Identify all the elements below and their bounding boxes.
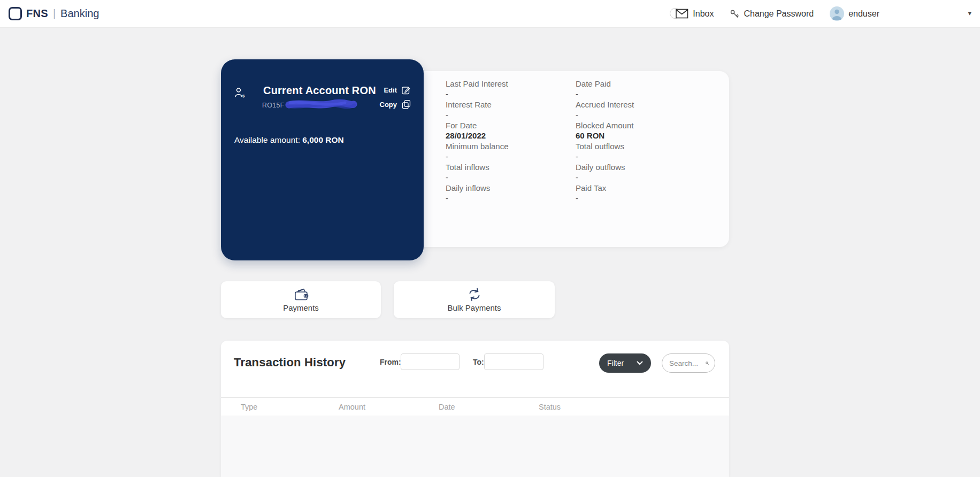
detail-cell: Accrued Interest -: [576, 99, 715, 120]
payments-card[interactable]: Payments: [221, 281, 381, 318]
brand-logo[interactable]: FNS | Banking: [9, 7, 99, 20]
detail-value: 60 RON: [576, 131, 715, 140]
detail-label: Minimum balance: [446, 141, 576, 151]
detail-label: Total inflows: [446, 162, 576, 172]
copy-icon: [402, 100, 411, 109]
brand-suffix: Banking: [60, 7, 99, 20]
detail-cell: For Date 28/01/2022: [446, 120, 576, 141]
username: enduser: [848, 9, 879, 19]
search-icon: [706, 359, 709, 367]
detail-cell: Minimum balance -: [446, 141, 576, 162]
transaction-history-toolbar: Transaction History From: To: Filter: [221, 341, 729, 397]
change-password-button[interactable]: Change Password: [730, 9, 814, 19]
inbox-icon: [670, 7, 688, 20]
inbox-button[interactable]: Inbox: [670, 7, 714, 20]
copy-label: Copy: [380, 101, 397, 109]
filter-label: Filter: [607, 359, 624, 367]
detail-value: -: [576, 152, 715, 161]
brand-divider: |: [53, 7, 56, 20]
detail-value: -: [446, 173, 576, 182]
detail-cell: Daily inflows -: [446, 183, 576, 204]
detail-cell: Last Paid Interest -: [446, 79, 576, 99]
transaction-table-body: [221, 416, 729, 477]
detail-value: -: [446, 89, 576, 98]
change-password-label: Change Password: [744, 9, 814, 19]
detail-cell: Interest Rate -: [446, 99, 576, 120]
detail-value: -: [576, 194, 715, 203]
column-date: Date: [439, 403, 539, 411]
detail-value: -: [446, 194, 576, 203]
column-type: Type: [241, 403, 339, 411]
edit-pencil-icon: [402, 86, 411, 95]
column-amount: Amount: [339, 403, 439, 411]
detail-label: Interest Rate: [446, 99, 576, 110]
detail-label: Accrued Interest: [576, 99, 715, 110]
from-date-label: From:: [380, 358, 401, 366]
from-date-input[interactable]: [401, 353, 460, 370]
search-box[interactable]: [662, 353, 715, 373]
account-holder-icon: $: [234, 87, 247, 99]
detail-value: -: [576, 89, 715, 98]
inbox-label: Inbox: [693, 9, 714, 19]
search-input[interactable]: [668, 359, 703, 368]
brand-name: FNS: [26, 7, 48, 20]
detail-value: -: [446, 110, 576, 119]
edit-label: Edit: [384, 86, 397, 94]
iban-prefix: RO15F: [262, 102, 285, 109]
detail-value: 28/01/2022: [446, 131, 576, 140]
person-icon: [830, 6, 844, 21]
detail-cell: Total outflows -: [576, 141, 715, 162]
user-menu[interactable]: enduser: [830, 6, 879, 21]
detail-label: Blocked Amount: [576, 120, 715, 130]
detail-value: -: [576, 110, 715, 119]
detail-cell: Date Paid -: [576, 79, 715, 99]
detail-cell: Daily outflows -: [576, 162, 715, 183]
filter-dropdown-button[interactable]: Filter: [599, 353, 651, 373]
envelope-icon: [676, 9, 688, 19]
bulk-payments-label: Bulk Payments: [447, 303, 501, 312]
chevron-down-icon: [637, 361, 643, 365]
navbar-dropdown-caret[interactable]: ▾: [968, 9, 971, 17]
svg-text:$: $: [242, 94, 245, 98]
available-amount-value: 6,000 RON: [302, 135, 344, 144]
top-navbar: FNS | Banking Inbox: [0, 0, 980, 28]
detail-value: -: [446, 152, 576, 161]
detail-cell: Paid Tax -: [576, 183, 715, 204]
payments-label: Payments: [283, 303, 319, 312]
wallet-icon: [294, 288, 309, 302]
edit-account-button[interactable]: Edit: [384, 86, 411, 95]
account-title: Current Account RON: [263, 84, 376, 97]
detail-cell: Blocked Amount 60 RON: [576, 120, 715, 141]
to-date-label: To:: [473, 358, 484, 366]
brand-logo-icon: [9, 7, 22, 20]
detail-cell: Total inflows -: [446, 162, 576, 183]
available-amount: Available amount: 6,000 RON: [234, 135, 344, 145]
key-icon: [730, 9, 739, 19]
bulk-payments-card[interactable]: Bulk Payments: [394, 281, 555, 318]
account-details-grid: Last Paid Interest - Date Paid - Interes…: [446, 79, 715, 204]
transaction-history-section: Transaction History From: To: Filter Ty: [221, 341, 729, 477]
column-status: Status: [539, 403, 729, 411]
copy-iban-button[interactable]: Copy: [380, 100, 411, 109]
account-card: $ Current Account RON RO15F Edit Copy: [221, 59, 424, 260]
transaction-history-title: Transaction History: [234, 356, 346, 370]
detail-label: Daily inflows: [446, 183, 576, 193]
detail-label: Daily outflows: [576, 162, 715, 172]
iban-redaction-scribble: [285, 99, 357, 111]
detail-value: -: [576, 173, 715, 182]
detail-label: Paid Tax: [576, 183, 715, 193]
transfer-arrows-icon: [467, 288, 482, 302]
detail-label: Date Paid: [576, 79, 715, 89]
page: FNS | Banking Inbox: [0, 0, 980, 477]
transaction-table-header: Type Amount Date Status: [221, 397, 729, 416]
to-date-input[interactable]: [484, 353, 543, 370]
detail-label: For Date: [446, 120, 576, 130]
detail-label: Last Paid Interest: [446, 79, 576, 89]
avatar: [830, 6, 844, 21]
account-iban: RO15F: [262, 100, 357, 111]
navbar-actions: Inbox Change Password endu: [670, 6, 971, 21]
detail-label: Total outflows: [576, 141, 715, 151]
available-amount-label: Available amount:: [234, 135, 300, 144]
